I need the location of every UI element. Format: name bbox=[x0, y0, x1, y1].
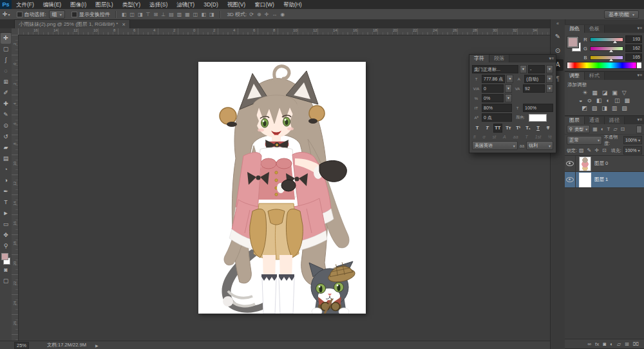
tab-layers[interactable]: 图层 bbox=[565, 117, 585, 124]
leading-field[interactable]: (自动) bbox=[524, 75, 545, 83]
text-style-button[interactable]: T bbox=[544, 124, 552, 132]
menu-item[interactable]: 3D(D) bbox=[199, 0, 223, 9]
font-size-field[interactable]: 777.86 点 bbox=[482, 75, 505, 83]
panel-menu-icon[interactable]: ▾≡ bbox=[637, 117, 642, 122]
adjustment-layer-icon[interactable]: ◐ bbox=[610, 341, 613, 347]
adjustment-icon[interactable]: ▧ bbox=[621, 105, 627, 111]
marquee-tool[interactable]: ▢ bbox=[1, 44, 11, 55]
current-tool-icon[interactable]: ✛▾ bbox=[3, 11, 10, 17]
gradient-tool[interactable]: ▤ bbox=[1, 153, 11, 164]
adjustment-icon[interactable]: ◒ bbox=[579, 97, 582, 104]
tab-swatches[interactable]: 色板 bbox=[585, 25, 605, 33]
layer-filter-icon[interactable]: ▦ bbox=[592, 126, 598, 132]
opentype-feature-button[interactable]: ½ bbox=[548, 135, 552, 139]
layer-thumbnail[interactable] bbox=[579, 173, 591, 187]
color-spectrum-bar[interactable] bbox=[567, 62, 642, 69]
text-style-button[interactable]: T bbox=[483, 124, 491, 132]
align-icon[interactable]: ◫ bbox=[193, 12, 198, 17]
kerning-field[interactable]: 0 bbox=[482, 84, 504, 93]
type-tool[interactable]: T bbox=[1, 197, 11, 208]
adjustment-icon[interactable]: ▩ bbox=[624, 97, 630, 104]
blur-tool[interactable]: ◔ bbox=[1, 164, 11, 175]
chevron-down-icon[interactable]: ▼ bbox=[520, 65, 527, 73]
chevron-down-icon[interactable]: ▼ bbox=[546, 84, 553, 93]
adjustment-icon[interactable]: ▣ bbox=[612, 90, 618, 96]
brush-panel-icon[interactable]: ✎ bbox=[552, 31, 564, 42]
adjustment-icon[interactable]: ▦ bbox=[592, 90, 598, 96]
font-family-dropdown[interactable]: 庞门正道标... bbox=[472, 65, 518, 73]
tab-character[interactable]: 字符 bbox=[469, 55, 489, 62]
text-style-button[interactable]: T bbox=[473, 124, 481, 132]
menu-item[interactable]: 类型(Y) bbox=[118, 0, 145, 9]
delete-layer-icon[interactable]: ⌧ bbox=[633, 341, 639, 347]
horizontal-scale-field[interactable]: 100% bbox=[523, 104, 553, 112]
color-swatches[interactable] bbox=[1, 253, 11, 265]
document-canvas[interactable] bbox=[198, 62, 366, 314]
layer-visibility-toggle[interactable] bbox=[565, 172, 576, 187]
menu-item[interactable]: 图层(L) bbox=[91, 0, 117, 9]
menu-item[interactable]: 编辑(E) bbox=[39, 0, 66, 9]
align-icon[interactable]: ⊥ bbox=[161, 12, 166, 17]
layer-filter-icon[interactable]: T bbox=[607, 126, 611, 132]
align-icon[interactable]: ◨ bbox=[138, 12, 143, 17]
quick-mask-icon[interactable]: ◙ bbox=[1, 265, 11, 276]
zoom-level-field[interactable]: 25% bbox=[14, 342, 29, 349]
blend-mode-dropdown[interactable]: 正常▾ bbox=[567, 136, 602, 145]
clone-stamp-tool[interactable]: ⊙ bbox=[1, 120, 11, 131]
lock-icon[interactable]: ⊡ bbox=[602, 147, 607, 153]
layer-filter-dropdown[interactable]: ⚲ 类型 ▾ bbox=[567, 125, 590, 133]
text-style-button[interactable]: T bbox=[535, 124, 542, 132]
foreground-color-swatch[interactable] bbox=[1, 253, 8, 260]
adjustment-icon[interactable]: ▨ bbox=[592, 105, 598, 111]
chevron-down-icon[interactable]: ▼ bbox=[546, 65, 553, 73]
channel-value-field[interactable]: 162 bbox=[625, 44, 642, 52]
history-brush-tool[interactable]: ↺ bbox=[1, 131, 11, 142]
channel-slider[interactable] bbox=[590, 55, 623, 60]
layer-filter-icon[interactable]: ▱ bbox=[613, 126, 617, 132]
tab-color[interactable]: 颜色 bbox=[565, 25, 585, 33]
adjustment-icon[interactable]: ▽ bbox=[622, 90, 627, 96]
opentype-feature-button[interactable]: 1st bbox=[535, 135, 541, 139]
adjustment-icon[interactable]: ◩ bbox=[582, 105, 587, 111]
align-icon[interactable]: ▤ bbox=[169, 12, 174, 17]
chevron-down-icon[interactable]: ▼ bbox=[505, 84, 512, 93]
text-style-button[interactable]: Tᴛ bbox=[504, 124, 512, 132]
menu-item[interactable]: 文件(F) bbox=[12, 0, 39, 9]
text-style-button[interactable]: T₁ bbox=[524, 124, 532, 132]
crop-tool[interactable]: ⊞ bbox=[1, 77, 11, 88]
screen-mode-icon[interactable]: ▢ bbox=[1, 276, 11, 287]
font-style-dropdown[interactable]: - bbox=[528, 65, 545, 73]
menu-item[interactable]: 滤镜(T) bbox=[172, 0, 199, 9]
healing-brush-tool[interactable]: ✚ bbox=[1, 99, 11, 109]
layer-row[interactable]: 图层 1 bbox=[565, 172, 644, 188]
mode-3d-icon[interactable]: ⊕ bbox=[257, 12, 261, 17]
adjustment-icon[interactable]: ◪ bbox=[602, 90, 608, 96]
document-tab[interactable]: 小雨妹妹(2).png @ 25% (图层 1, RGB/8#) * × bbox=[14, 19, 130, 28]
chevron-down-icon[interactable]: ▼ bbox=[505, 94, 512, 102]
vertical-scale-field[interactable]: 80% bbox=[482, 104, 512, 112]
slider-thumb[interactable] bbox=[609, 50, 613, 52]
adjustment-icon[interactable]: ◫ bbox=[614, 97, 620, 104]
dodge-tool[interactable]: ◑ bbox=[1, 175, 11, 186]
menu-item[interactable]: 窗口(W) bbox=[250, 0, 279, 9]
adjustment-icon[interactable]: ◨ bbox=[601, 105, 607, 111]
eyedropper-tool[interactable]: ✐ bbox=[1, 88, 11, 99]
opentype-feature-button[interactable]: fi bbox=[473, 135, 476, 139]
quick-selection-tool[interactable]: ◌ bbox=[1, 66, 11, 77]
align-icon[interactable]: ⊞ bbox=[153, 12, 158, 17]
palette-grip[interactable] bbox=[0, 28, 12, 33]
channel-slider[interactable] bbox=[590, 37, 623, 42]
adjustment-icon[interactable]: ☀ bbox=[582, 90, 587, 96]
close-tab-icon[interactable]: × bbox=[122, 21, 125, 28]
filter-toggle-switch[interactable] bbox=[636, 126, 642, 133]
lock-icon[interactable]: ▨ bbox=[579, 147, 584, 153]
color-panel-swatches[interactable] bbox=[567, 37, 582, 52]
opentype-feature-button[interactable]: A bbox=[503, 135, 506, 139]
panel-menu-icon[interactable]: ▾≡ bbox=[637, 26, 642, 31]
shape-tool[interactable]: ▭ bbox=[1, 219, 11, 230]
lasso-tool[interactable]: ʃ bbox=[1, 55, 11, 66]
slider-thumb[interactable] bbox=[609, 59, 613, 61]
layer-mask-icon[interactable]: ◙ bbox=[603, 341, 606, 347]
mode-3d-icon[interactable]: ◉ bbox=[280, 12, 285, 17]
opentype-feature-button[interactable]: σ bbox=[482, 135, 485, 139]
